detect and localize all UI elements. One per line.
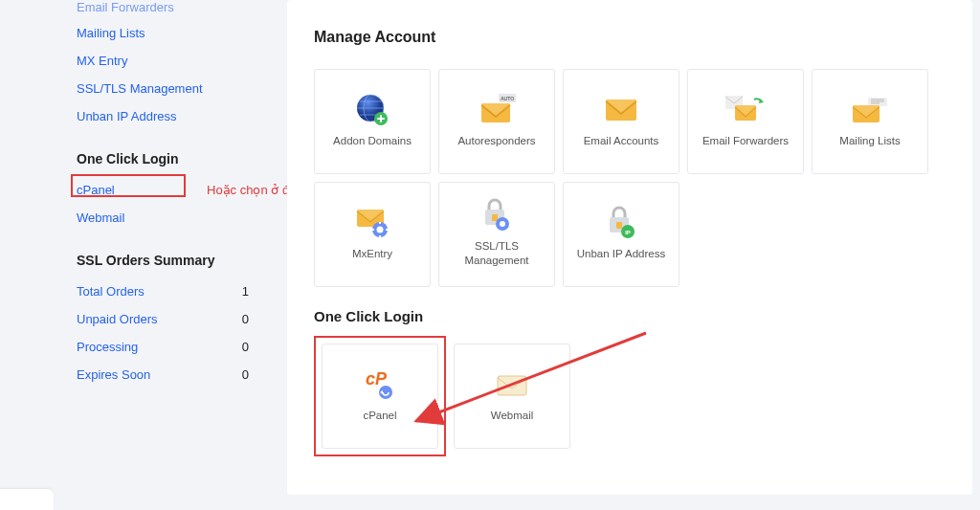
ssl-link-processing[interactable]: Processing [77,340,138,354]
ssl-link-expires[interactable]: Expires Soon [77,367,150,382]
envelope-outline-icon [491,370,533,399]
ssl-link-unpaid[interactable]: Unpaid Orders [77,312,158,326]
sidebar-section-oneclick: One Click Login [77,130,287,176]
svg-point-15 [377,226,384,233]
svg-rect-30 [498,376,526,395]
tile-label: Email Accounts [578,134,665,148]
ssl-value-unpaid: 0 [242,312,249,326]
ssl-row-total: Total Orders 1 [77,277,287,305]
svg-text:cP: cP [366,369,388,388]
tile-mailing-lists[interactable]: Mailing Lists [812,69,928,174]
tile-label: SSL/TLS Management [439,239,554,268]
tile-label: Autoresponders [452,134,541,148]
tile-label: cPanel [357,409,402,423]
ssl-row-unpaid: Unpaid Orders 0 [77,305,287,333]
lock-ip-icon: IP [600,209,642,237]
tile-autoresponders[interactable]: AUTO Autoresponders [438,69,555,174]
tile-email-forwarders[interactable]: Email Forwarders [687,69,804,174]
sidebar-link-ssl-tls[interactable]: SSL/TLS Management [77,75,287,102]
sidebar-link-webmail[interactable]: Webmail [77,204,287,232]
heading-one-click-login: One Click Login [314,308,946,324]
floating-tab[interactable] [0,489,54,510]
sidebar: Email Forwarders Mailing Lists MX Entry … [0,0,287,510]
svg-text:AUTO: AUTO [501,96,514,101]
sidebar-link-email-forwarders-cut[interactable]: Email Forwarders [77,0,287,19]
sidebar-link-mx-entry[interactable]: MX Entry [77,47,287,75]
svg-rect-25 [616,222,622,229]
annotation-highlight-cpanel-tile: cP cPanel [314,336,446,456]
tile-label: MxEntry [346,247,398,261]
sidebar-section-ssl-orders: SSL Orders Summary [77,232,287,277]
sidebar-link-cpanel[interactable]: cPanel [77,176,115,204]
tile-addon-domains[interactable]: Addon Domains [314,69,431,174]
envelope-list-icon [849,96,891,124]
tile-unban-ip[interactable]: IP Unban IP Address [563,182,679,287]
ssl-value-expires: 0 [242,367,249,382]
sidebar-link-mailing-lists[interactable]: Mailing Lists [77,19,287,47]
ssl-value-total: 1 [242,284,249,299]
tile-label: Addon Domains [327,134,417,148]
heading-manage-account: Manage Account [314,29,946,46]
tile-label: Unban IP Address [571,247,672,261]
cpanel-icon: cP [359,370,401,399]
tile-webmail[interactable]: Webmail [454,344,570,449]
lock-gear-icon [476,201,518,230]
tile-ssl-tls[interactable]: SSL/TLS Management [438,182,555,287]
ssl-row-expires: Expires Soon 0 [77,361,287,388]
main-content: Manage Account Addon Domains [287,0,980,510]
ssl-link-total[interactable]: Total Orders [77,284,145,299]
ssl-row-processing: Processing 0 [77,333,287,361]
envelope-forward-icon [724,96,767,124]
envelope-icon [600,96,642,124]
tile-mx-entry[interactable]: MxEntry [314,182,431,287]
envelope-auto-icon: AUTO [476,96,518,124]
tile-label: Webmail [485,409,540,423]
tile-email-accounts[interactable]: Email Accounts [563,69,679,174]
tiles-manage-account: Addon Domains AUTO Autoresponders [314,69,946,287]
tile-cpanel[interactable]: cP cPanel [322,344,438,449]
tile-label: Mailing Lists [834,134,905,148]
envelope-gear-icon [351,209,393,237]
ssl-value-processing: 0 [242,340,249,354]
globe-icon [351,96,393,124]
sidebar-link-unban-ip[interactable]: Unban IP Address [77,102,287,130]
svg-point-23 [500,221,505,227]
svg-rect-21 [492,214,498,221]
tile-label: Email Forwarders [697,134,794,148]
svg-text:IP: IP [625,230,631,235]
